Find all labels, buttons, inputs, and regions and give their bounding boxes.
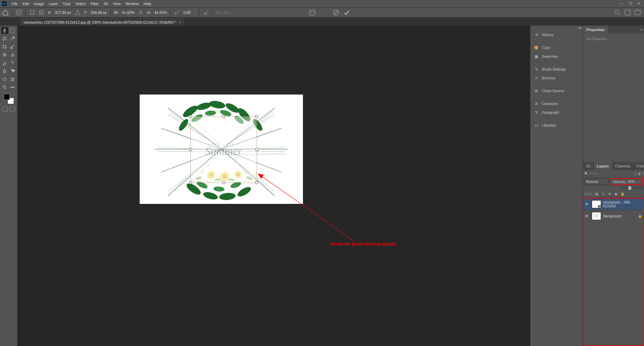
lock-icon[interactable]: 🔒 [638,214,642,218]
layer-row[interactable]: 👁 ▣ istockphoto-...000-612x612 [584,198,643,210]
workspace-icon[interactable] [624,9,631,16]
panel-brush-settings[interactable]: ✎Brush Settings [530,65,583,74]
menu-file[interactable]: File [9,0,20,7]
chain-link-icon[interactable] [138,9,144,16]
more-tools-icon[interactable] [9,84,16,90]
quickmask-icon[interactable] [2,107,8,111]
layer-thumbnail[interactable]: ▣ [592,200,601,208]
transform-handle-ml[interactable] [189,148,192,151]
lock-all-icon[interactable]: 🔒 [620,192,624,196]
brush-tool[interactable] [9,43,16,50]
tab-paths[interactable]: Paths [634,162,644,170]
chevron-down-icon[interactable]: ⌄ [636,179,641,184]
layer-row[interactable]: 👁 Background 🔒 [584,210,643,222]
opacity-control[interactable]: Opacity: 39% ⌄ [611,178,643,185]
menu-edit[interactable]: Edit [20,0,31,7]
panel-character[interactable]: ACharacter [530,99,583,108]
transform-handle-tc[interactable] [222,115,225,118]
close-tab-icon[interactable]: × [179,20,181,24]
eraser-tool[interactable] [1,59,8,66]
transform-handle-tr[interactable] [255,115,258,118]
move-tool[interactable] [1,27,8,34]
opacity-value[interactable]: 39% [627,180,635,184]
document-canvas[interactable]: • H E L L O • Summer [140,95,303,204]
y-value[interactable]: 204.00 px [91,10,107,15]
panel-menu-icon[interactable]: ≡ [639,27,644,32]
transform-handle-bc[interactable] [222,181,225,184]
panel-libraries[interactable]: ▭Libraries [530,121,583,130]
w-value[interactable]: 41.62% [122,10,134,15]
share-icon[interactable] [634,9,641,16]
menu-image[interactable]: Image [31,0,47,7]
crop-tool[interactable] [1,43,8,50]
panel-paragraph[interactable]: ¶Paragraph [530,108,583,117]
filter-type-icon[interactable]: T [643,171,644,176]
opacity-slider-thumb[interactable] [628,186,631,190]
path-select-tool[interactable] [9,68,16,74]
commit-transform-icon[interactable] [343,9,351,16]
x-value[interactable]: 317.35 px [55,10,71,15]
window-restore-button[interactable]: ❐ [626,0,635,7]
window-close-button[interactable]: ✕ [635,0,643,7]
foreground-color-swatch[interactable] [4,94,10,100]
menu-layer[interactable]: Layer [46,0,60,7]
tab-3d[interactable]: 3D [583,162,594,170]
tab-channels[interactable]: Channels [612,162,634,170]
panel-swatches[interactable]: ▦Swatches [530,52,583,61]
quick-select-tool[interactable] [9,35,16,42]
layer-name[interactable]: Background [603,214,636,218]
filter-adjust-icon[interactable]: ◐ [638,171,641,176]
transform-ref-icon[interactable] [16,9,22,16]
canvas-area[interactable]: • H E L L O • Summer [18,26,530,346]
color-swatches[interactable] [4,94,14,104]
collapse-panels-icon[interactable]: ◂◂ [530,26,583,30]
blend-mode-select[interactable]: Normal [584,179,609,185]
cancel-transform-icon[interactable] [332,9,340,16]
lock-transparent-icon[interactable]: ▦ [595,192,599,196]
menu-help[interactable]: Help [141,0,154,7]
layer-filter-input[interactable] [590,172,633,176]
pen-tool[interactable] [1,68,8,74]
delta2-icon[interactable] [38,9,45,16]
warp-toggle-icon[interactable] [309,9,316,16]
menu-window[interactable]: Window [123,0,141,7]
menu-3d[interactable]: 3D [101,0,111,7]
panel-brushes[interactable]: ✐Brushes [530,74,583,82]
delta-icon[interactable] [29,9,35,16]
screenmode-icon[interactable] [10,107,15,111]
document-tab[interactable]: istockphoto-1267027898-612x612.jpg @ 100… [20,18,185,26]
panel-color[interactable]: 🎨Color [530,43,583,52]
layer-name[interactable]: istockphoto-...000-612x612 [603,201,642,208]
lasso-tool[interactable] [1,35,8,42]
swap-xy-icon[interactable] [75,9,81,16]
menu-select[interactable]: Select [73,0,88,7]
hand-tool[interactable] [9,76,16,82]
zoom-tool[interactable] [1,84,8,90]
filter-pixel-icon[interactable]: ▢ [634,171,637,176]
ellipse-tool[interactable] [1,76,8,82]
panel-clone-source[interactable]: ⧉Clone Source [530,86,583,95]
opacity-slider[interactable] [621,188,643,188]
home-icon[interactable] [2,9,9,16]
window-minimize-button[interactable]: — [617,0,626,7]
visibility-toggle-icon[interactable]: 👁 [585,214,590,218]
menu-view[interactable]: View [111,0,123,7]
rotation-value[interactable]: 0.00 [184,10,191,15]
clone-stamp-tool[interactable] [9,51,16,58]
menu-filter[interactable]: Filter [88,0,101,7]
artboard-tool[interactable] [9,27,16,34]
menu-type[interactable]: Type [60,0,73,7]
search-icon[interactable] [614,9,621,16]
transform-handle-mr[interactable] [255,148,258,151]
panel-history[interactable]: ⟲History [530,30,583,39]
lock-pixels-icon[interactable]: ✎ [601,192,605,196]
transform-handle-bl[interactable] [189,181,192,184]
transform-handle-br[interactable] [255,181,258,184]
healing-tool[interactable] [1,51,8,58]
lock-position-icon[interactable]: ✥ [608,192,612,196]
visibility-toggle-icon[interactable]: 👁 [585,202,590,206]
tab-layers[interactable]: Layers [594,162,612,170]
properties-tab[interactable]: Properties [583,26,608,34]
transform-bounding-box[interactable]: • H E L L O • Summer [190,116,257,183]
layer-thumbnail[interactable] [592,212,601,220]
